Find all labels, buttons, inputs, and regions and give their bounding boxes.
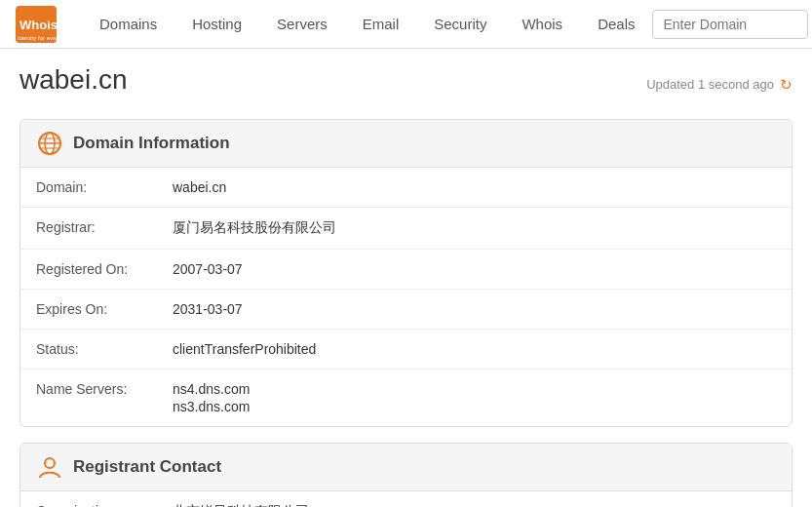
nav-item-servers[interactable]: Servers <box>259 0 345 49</box>
domain-search-input[interactable] <box>652 10 808 39</box>
organization-label: Organization: <box>36 503 173 508</box>
name-servers-value: ns4.dns.com ns3.dns.com <box>173 381 776 414</box>
domain-row: Domain: wabei.cn <box>20 168 792 208</box>
registrar-value: 厦门易名科技股份有限公司 <box>173 219 776 237</box>
registrar-label: Registrar: <box>36 219 173 235</box>
domain-info-card-header: Domain Information <box>20 120 792 168</box>
organization-value: 北京锐风科技有限公司 <box>173 503 776 508</box>
page-content: wabei.cn Updated 1 second ago ↻ Domain I… <box>0 49 812 507</box>
name-servers-label: Name Servers: <box>36 381 173 397</box>
domain-info-body: Domain: wabei.cn Registrar: 厦门易名科技股份有限公司… <box>20 168 792 426</box>
name-server-2: ns3.dns.com <box>173 399 776 414</box>
svg-text:Identity for everyone: Identity for everyone <box>18 35 57 41</box>
nav-item-security[interactable]: Security <box>416 0 504 49</box>
expires-on-value: 2031-03-07 <box>173 301 776 317</box>
name-servers-row: Name Servers: ns4.dns.com ns3.dns.com <box>20 370 792 426</box>
domain-value: wabei.cn <box>173 179 776 195</box>
domain-label: Domain: <box>36 179 173 195</box>
person-icon <box>36 453 63 481</box>
name-server-1: ns4.dns.com <box>173 381 776 397</box>
updated-line: Updated 1 second ago ↻ <box>646 76 793 94</box>
nav-item-deals[interactable]: Deals <box>580 0 652 49</box>
domain-info-title: Domain Information <box>73 134 230 153</box>
registered-on-row: Registered On: 2007-03-07 <box>20 250 792 290</box>
updated-text: Updated 1 second ago <box>646 77 774 92</box>
registrant-contact-card: Registrant Contact Organization: 北京锐风科技有… <box>19 443 793 508</box>
svg-text:Whois: Whois <box>19 18 57 32</box>
registrant-card-header: Registrant Contact <box>20 444 792 491</box>
nav-item-whois[interactable]: Whois <box>504 0 580 49</box>
main-header: Whois Identity for everyone Domains Host… <box>0 0 812 49</box>
registered-on-value: 2007-03-07 <box>173 261 776 277</box>
domain-title: wabei.cn <box>19 64 128 96</box>
registrant-contact-title: Registrant Contact <box>73 457 221 477</box>
registered-on-label: Registered On: <box>36 261 173 277</box>
expires-on-row: Expires On: 2031-03-07 <box>20 290 792 330</box>
domain-info-card: Domain Information Domain: wabei.cn Regi… <box>19 119 793 427</box>
nav-item-hosting[interactable]: Hosting <box>174 0 259 49</box>
status-label: Status: <box>36 341 173 357</box>
nav-item-domains[interactable]: Domains <box>82 0 174 49</box>
organization-row: Organization: 北京锐风科技有限公司 <box>20 491 792 508</box>
logo-area[interactable]: Whois Identity for everyone <box>16 6 62 43</box>
nav-item-email[interactable]: Email <box>345 0 417 49</box>
registrar-row: Registrar: 厦门易名科技股份有限公司 <box>20 208 792 250</box>
status-row: Status: clientTransferProhibited <box>20 330 792 370</box>
svg-point-8 <box>45 458 55 468</box>
globe-icon <box>36 130 63 157</box>
status-value: clientTransferProhibited <box>173 341 776 357</box>
expires-on-label: Expires On: <box>36 301 173 317</box>
refresh-icon[interactable]: ↻ <box>780 76 793 94</box>
registrant-contact-body: Organization: 北京锐风科技有限公司 <box>20 491 792 508</box>
whois-logo-icon: Whois Identity for everyone <box>16 6 57 43</box>
main-nav: Domains Hosting Servers Email Security W… <box>82 0 652 49</box>
